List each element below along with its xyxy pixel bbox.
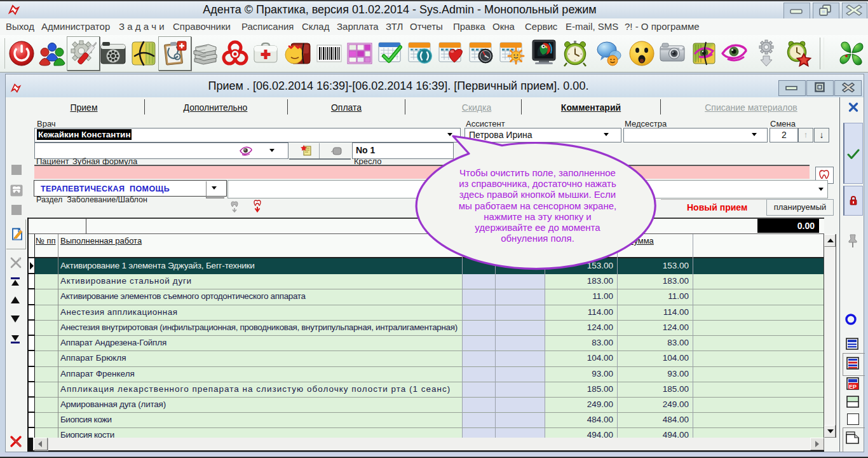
- svg-text:ЕР: ЕР: [849, 384, 857, 390]
